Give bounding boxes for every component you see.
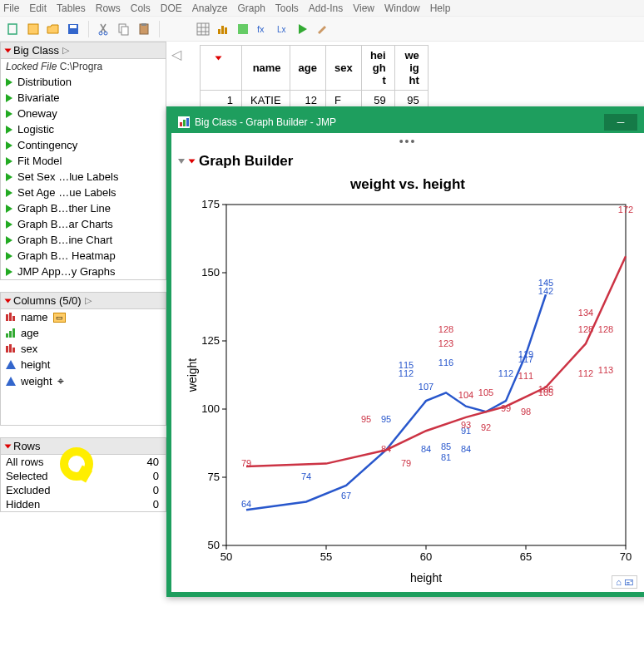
fx-icon[interactable]: fx <box>255 21 271 37</box>
script-item[interactable]: Graph B…ar Charts <box>1 216 166 232</box>
col-header-weight[interactable]: weight <box>394 46 428 91</box>
script-item[interactable]: Distribution <box>1 74 166 90</box>
disclosure-icon[interactable] <box>5 298 12 303</box>
disclosure-icon[interactable] <box>5 48 12 52</box>
new-icon[interactable] <box>5 21 22 37</box>
svg-text:79: 79 <box>241 458 251 468</box>
rows-stat[interactable]: Hidden0 <box>1 497 166 511</box>
svg-text:172: 172 <box>618 205 633 215</box>
run-icon[interactable] <box>6 78 12 86</box>
scroll-left-icon[interactable]: ◁ <box>171 47 181 62</box>
data-table[interactable]: name age sex height weight 1 KATIE 12 F … <box>200 45 429 111</box>
grid-icon[interactable] <box>195 21 211 37</box>
chart2-icon[interactable] <box>235 21 251 37</box>
script-item[interactable]: Graph B… Heatmap <box>1 248 166 264</box>
menu-help[interactable]: Help <box>430 2 451 14</box>
svg-text:50: 50 <box>208 539 220 551</box>
script-item[interactable]: Graph B…ine Chart <box>1 232 166 248</box>
ordinal-icon <box>6 328 16 338</box>
open-icon[interactable] <box>45 21 62 37</box>
run-icon[interactable] <box>6 189 12 197</box>
svg-text:85: 85 <box>441 441 451 451</box>
play-icon[interactable] <box>295 21 311 37</box>
rows-panel-header[interactable]: Rows <box>0 437 166 455</box>
svg-rect-18 <box>238 24 248 34</box>
rows-stat[interactable]: Selected0 <box>1 469 166 483</box>
disclosure-icon[interactable] <box>5 444 12 448</box>
menu-view[interactable]: View <box>353 2 374 14</box>
script-item[interactable]: Graph B…ther Line <box>1 200 166 216</box>
home-icon[interactable]: ⌂ 🖃 <box>612 575 637 589</box>
minimize-button[interactable]: ─ <box>604 114 637 131</box>
run-icon[interactable] <box>6 94 12 102</box>
column-item-sex[interactable]: sex <box>1 341 166 357</box>
svg-rect-31 <box>180 122 182 126</box>
script-item[interactable]: Logistic <box>1 121 166 137</box>
row-menu-icon[interactable] <box>216 50 220 65</box>
edit-icon[interactable] <box>315 21 331 37</box>
menu-file[interactable]: File <box>3 2 19 14</box>
run-icon[interactable] <box>6 205 12 213</box>
column-item-height[interactable]: height <box>1 357 166 372</box>
svg-text:128: 128 <box>598 324 613 334</box>
column-item-age[interactable]: age <box>1 325 166 341</box>
run-icon[interactable] <box>6 141 12 150</box>
col-header-sex[interactable]: sex <box>326 46 362 91</box>
expand-icon[interactable]: ▷ <box>62 45 72 56</box>
new-table-icon[interactable] <box>25 21 42 37</box>
column-item-weight[interactable]: weight ⌖ <box>1 372 166 390</box>
run-icon[interactable] <box>6 126 12 134</box>
script-item[interactable]: Set Sex …lue Labels <box>1 169 166 185</box>
column-item-name[interactable]: name ▭ <box>1 309 166 325</box>
window-titlebar[interactable]: Big Class - Graph Builder - JMP ─ <box>171 111 644 133</box>
svg-text:145: 145 <box>538 278 553 288</box>
col-header-name[interactable]: name <box>242 46 290 91</box>
run-icon[interactable] <box>6 220 12 229</box>
menu-doe[interactable]: DOE <box>161 2 182 14</box>
menu-cols[interactable]: Cols <box>131 2 151 14</box>
menu-tables[interactable]: Tables <box>57 2 86 14</box>
script-item[interactable]: Contingency <box>1 137 166 153</box>
script-item[interactable]: Oneway <box>1 106 166 121</box>
drag-handle-icon[interactable]: ••• <box>171 133 644 150</box>
run-icon[interactable] <box>6 173 12 181</box>
menu-analyze[interactable]: Analyze <box>192 2 228 14</box>
menu-graph[interactable]: Graph <box>237 2 265 14</box>
run-icon[interactable] <box>6 252 12 260</box>
script-item[interactable]: JMP App…y Graphs <box>1 264 166 279</box>
save-icon[interactable] <box>65 21 82 37</box>
menu-rows[interactable]: Rows <box>96 2 121 14</box>
run-icon[interactable] <box>6 236 12 244</box>
run-icon[interactable] <box>6 268 12 276</box>
menu-addins[interactable]: Add-Ins <box>309 2 343 14</box>
chart1-icon[interactable] <box>215 21 231 37</box>
script-item[interactable]: Bivariate <box>1 90 166 106</box>
svg-text:75: 75 <box>208 471 220 483</box>
graph-builder-window[interactable]: Big Class - Graph Builder - JMP ─ ••• Gr… <box>166 106 644 597</box>
rows-stat[interactable]: Excluded0 <box>1 483 166 497</box>
run-icon[interactable] <box>6 110 12 118</box>
rows-panel: All rows40Selected0Excluded0Hidden0 <box>0 455 166 512</box>
svg-text:111: 111 <box>518 371 533 381</box>
menu-tools[interactable]: Tools <box>275 2 299 14</box>
outline-disclosure-icon[interactable] <box>178 159 185 164</box>
menu-window[interactable]: Window <box>384 2 420 14</box>
cut-icon[interactable] <box>96 21 112 37</box>
lx-icon[interactable]: Lx <box>275 21 291 37</box>
hotspot-icon[interactable] <box>189 160 196 164</box>
script-item[interactable]: Set Age …ue Labels <box>1 185 166 200</box>
paste-icon[interactable] <box>136 21 152 37</box>
rows-stat[interactable]: All rows40 <box>1 455 166 469</box>
menu-edit[interactable]: Edit <box>29 2 47 14</box>
app-icon <box>178 116 190 128</box>
run-icon[interactable] <box>6 157 12 165</box>
col-header-age[interactable]: age <box>290 46 325 91</box>
script-item[interactable]: Fit Model <box>1 153 166 169</box>
expand-icon[interactable]: ▷ <box>85 295 95 306</box>
col-header-height[interactable]: height <box>361 46 394 91</box>
svg-text:50: 50 <box>220 550 232 563</box>
columns-panel-header[interactable]: Columns (5/0) ▷ <box>0 292 166 309</box>
table-panel-header[interactable]: Big Class ▷ <box>0 42 166 59</box>
copy-icon[interactable] <box>116 21 132 37</box>
chart-area[interactable]: 50751001251501755055606570heightweight64… <box>185 196 634 587</box>
